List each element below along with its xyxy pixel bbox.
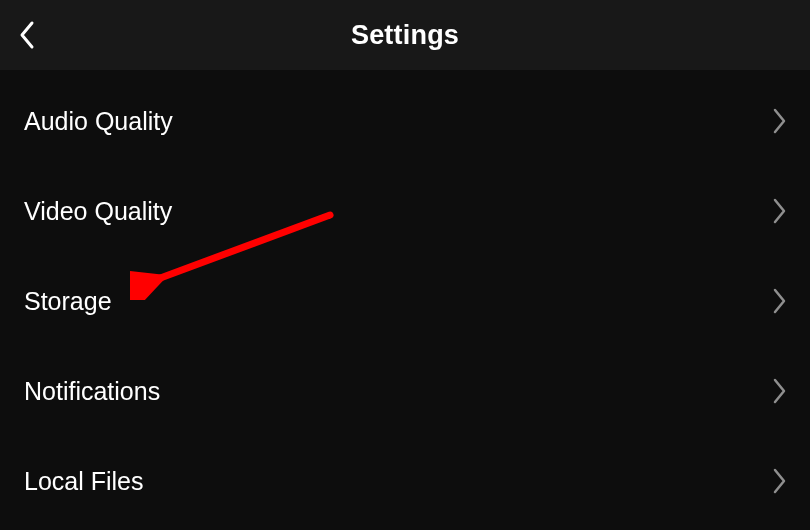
row-label: Audio Quality [24, 107, 173, 136]
row-label: Storage [24, 287, 112, 316]
chevron-right-icon [772, 287, 788, 315]
chevron-right-icon [772, 377, 788, 405]
row-notifications[interactable]: Notifications [0, 346, 810, 436]
row-local-files[interactable]: Local Files [0, 436, 810, 526]
row-video-quality[interactable]: Video Quality [0, 166, 810, 256]
chevron-left-icon [18, 20, 36, 50]
header-bar: Settings [0, 0, 810, 70]
chevron-right-icon [772, 197, 788, 225]
row-label: Video Quality [24, 197, 172, 226]
row-label: Notifications [24, 377, 160, 406]
chevron-right-icon [772, 107, 788, 135]
chevron-right-icon [772, 467, 788, 495]
row-audio-quality[interactable]: Audio Quality [0, 76, 810, 166]
row-storage[interactable]: Storage [0, 256, 810, 346]
page-title: Settings [0, 20, 810, 51]
settings-list: Audio Quality Video Quality Storage Noti… [0, 70, 810, 526]
row-label: Local Files [24, 467, 144, 496]
back-button[interactable] [18, 20, 36, 50]
